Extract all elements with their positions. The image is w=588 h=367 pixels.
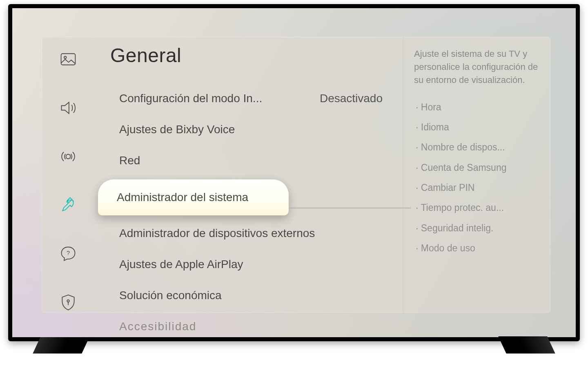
help-panel: Ajuste el sistema de su TV y personalice… [403, 37, 550, 313]
menu-item-network[interactable]: Red [103, 145, 399, 176]
menu-item-value: Desactivado [320, 92, 383, 105]
menu-item-label: Ajustes de Bixby Voice [119, 123, 235, 136]
settings-nav: ? [42, 37, 95, 313]
menu-item-accessibility[interactable]: Accesibilidad [103, 311, 399, 342]
menu-item-label: Configuración del modo In... [119, 92, 262, 105]
menu-item-eco-solution[interactable]: Solución económica [103, 280, 399, 311]
menu-list: Configuración del modo In... Desactivado… [103, 83, 399, 342]
svg-point-4 [67, 300, 69, 302]
menu-item-intelligent-mode[interactable]: Configuración del modo In... Desactivado [103, 83, 399, 114]
help-item: Modo de uso [414, 238, 541, 258]
picture-icon[interactable] [57, 49, 79, 69]
menu-item-label: Accesibilidad [119, 320, 196, 333]
help-item: Nombre de dispos... [414, 137, 541, 157]
support-icon[interactable]: ? [57, 244, 79, 264]
menu-item-label: Solución económica [119, 289, 222, 302]
help-list: Hora Idioma Nombre de dispos... Cuenta d… [414, 97, 541, 259]
help-item: Cuenta de Samsung [414, 158, 541, 178]
broadcast-icon[interactable] [57, 146, 79, 166]
settings-panel: ? General Configuración del modo In... D… [42, 37, 550, 313]
menu-item-bixby-voice[interactable]: Ajustes de Bixby Voice [103, 114, 399, 145]
menu-item-apple-airplay[interactable]: Ajustes de Apple AirPlay [103, 249, 399, 280]
help-item: Tiempo protec. au... [414, 198, 541, 218]
help-item: Seguridad intelig. [414, 218, 541, 238]
tv-screen: ? General Configuración del modo In... D… [12, 8, 576, 337]
section-title: General [110, 44, 399, 67]
menu-item-label: Administrador del sistema [117, 191, 248, 204]
help-item: Cambiar PIN [414, 178, 541, 198]
help-item: Idioma [414, 117, 541, 137]
svg-rect-0 [61, 54, 76, 65]
menu-item-label: Administrador de dispositivos externos [119, 227, 315, 240]
help-description: Ajuste el sistema de su TV y personalice… [414, 47, 541, 87]
tv-frame: ? General Configuración del modo In... D… [8, 4, 580, 341]
sound-icon[interactable] [57, 98, 79, 118]
svg-point-1 [64, 56, 67, 58]
menu-item-label: Red [119, 154, 140, 167]
menu-item-label: Ajustes de Apple AirPlay [119, 258, 243, 271]
menu-item-system-manager[interactable]: Administrador del sistema [98, 179, 289, 215]
privacy-icon[interactable] [57, 293, 79, 313]
svg-point-2 [66, 154, 71, 159]
menu-item-external-device-manager[interactable]: Administrador de dispositivos externos [103, 218, 399, 249]
svg-text:?: ? [67, 250, 70, 256]
help-item: Hora [414, 97, 541, 117]
general-icon[interactable] [57, 195, 79, 215]
settings-content: General Configuración del modo In... Des… [95, 37, 403, 313]
